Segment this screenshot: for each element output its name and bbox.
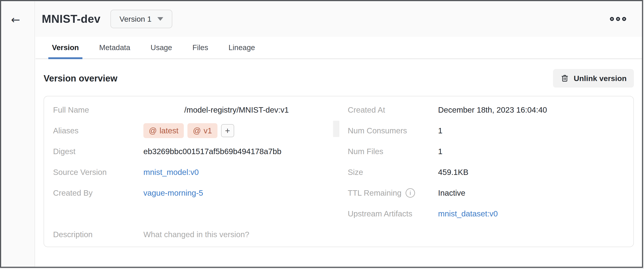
tab-metadata[interactable]: Metadata [96,37,134,58]
field-label: TTL Remaining i [348,188,438,198]
spacer-row [53,203,330,224]
version-selector[interactable]: Version 1 [110,10,172,28]
field-label: Aliases [53,126,144,135]
num-consumers-value: 1 [438,126,442,135]
field-label: Source Version [53,168,144,177]
num-files-value: 1 [438,147,442,156]
field-label: Num Consumers [348,126,438,135]
section-title: Version overview [44,73,118,83]
chevron-down-icon [158,17,163,21]
created-by-link[interactable]: vague-morning-5 [144,188,203,198]
alias-name: v1 [204,126,212,135]
field-row-num-files: Num Files 1 [348,141,624,162]
at-prefix: @ [193,126,201,135]
at-prefix: @ [149,126,157,135]
field-row-description: Description What changed in this version… [53,224,330,245]
overflow-menu-button[interactable] [608,15,628,23]
app-window: ← MNIST-dev Version 1 Version Metadata U… [0,0,643,268]
trash-icon [560,74,569,83]
version-overview-card: Full Name /model-registry/MNIST-dev:v1 A… [44,96,634,247]
add-alias-button[interactable]: + [221,124,234,137]
ellipsis-dot-icon [610,17,614,21]
unlink-version-button[interactable]: Unlink version [553,69,634,88]
tab-version[interactable]: Version [48,37,82,58]
field-label: Num Files [348,147,438,156]
alias-badge-v1[interactable]: @ v1 [188,123,218,138]
field-label: Created At [348,105,438,114]
tab-usage[interactable]: Usage [147,37,176,58]
ttl-value: Inactive [438,188,466,198]
field-label: Description [53,230,144,239]
page-header: MNIST-dev Version 1 [36,1,642,37]
field-row-source-version: Source Version mnist_model:v0 [53,162,330,183]
version-selector-label: Version 1 [120,15,152,23]
main-area: MNIST-dev Version 1 Version Metadata Usa… [36,1,642,267]
field-row-num-consumers: Num Consumers 1 [348,120,624,141]
ellipsis-dot-icon [622,17,626,21]
field-row-upstream-artifacts: Upstream Artifacts mnist_dataset:v0 [348,203,624,224]
page-title: MNIST-dev [42,12,100,25]
field-label: Upstream Artifacts [348,209,438,218]
field-row-created-at: Created At December 18th, 2023 16:04:40 [348,99,624,120]
field-label: Full Name [53,105,144,114]
field-row-size: Size 459.1KB [348,162,624,183]
tab-files[interactable]: Files [189,37,212,58]
field-label: Digest [53,147,144,156]
field-label: Size [348,168,438,177]
ellipsis-dot-icon [616,17,620,21]
tab-bar: Version Metadata Usage Files Lineage [36,37,642,59]
tab-lineage[interactable]: Lineage [225,37,258,58]
overview-header: Version overview Unlink version [44,69,634,88]
size-value: 459.1KB [438,168,468,177]
alias-name: latest [160,126,178,135]
unlink-version-label: Unlink version [574,74,626,83]
content-area: Version overview Unlink version [36,69,642,247]
created-at-value: December 18th, 2023 16:04:40 [438,105,547,114]
alias-list: @ latest @ v1 + [144,123,234,138]
field-row-aliases: Aliases @ latest @ v1 + [53,120,330,141]
upstream-artifact-link[interactable]: mnist_dataset:v0 [438,209,498,218]
description-input[interactable]: What changed in this version? [144,230,249,239]
digest-value: eb3269bbc001517af5b69b494178a7bb [144,147,281,156]
field-label: Created By [53,188,144,198]
left-rail: ← [1,1,35,267]
alias-badge-latest[interactable]: @ latest [144,123,184,138]
ttl-label: TTL Remaining [348,188,402,198]
back-button[interactable]: ← [11,14,20,25]
info-icon[interactable]: i [406,188,415,198]
full-name-value: /model-registry/MNIST-dev:v1 [144,105,330,114]
back-arrow-icon: ← [11,13,20,26]
overview-left-column: Full Name /model-registry/MNIST-dev:v1 A… [44,99,339,245]
field-row-created-by: Created By vague-morning-5 [53,183,330,203]
field-row-digest: Digest eb3269bbc001517af5b69b494178a7bb [53,141,330,162]
field-row-ttl: TTL Remaining i Inactive [348,183,624,203]
overview-right-column: Created At December 18th, 2023 16:04:40 … [339,99,634,245]
scrollbar-thumb[interactable] [333,121,340,137]
field-row-full-name: Full Name /model-registry/MNIST-dev:v1 [53,99,330,120]
source-version-link[interactable]: mnist_model:v0 [144,168,199,177]
